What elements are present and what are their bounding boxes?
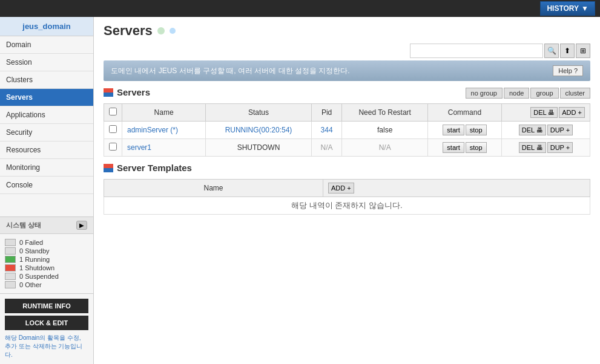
status-count-failed: 0 Failed [19,239,43,246]
status-count-other: 0 Other [19,281,42,288]
server-templates-section: Server Templates Name ADD + [104,163,590,215]
domain-label[interactable]: jeus_domain [0,17,93,36]
sidebar: jeus_domain DomainSessionClustersServers… [0,17,94,364]
server-command-cell: start stop [427,122,501,139]
status-panel: 0 Failed 0 Standby 1 Running 1 Shutdown … [0,234,93,293]
server-pid-cell: N/A [311,139,342,157]
server-del-dup-cell: DEL 🖶 DUP + [501,122,590,139]
sidebar-item-monitoring[interactable]: Monitoring [0,159,93,177]
servers-section-header: Servers no group node group cluster [104,87,590,101]
stop-button[interactable]: stop [466,142,487,153]
status-toggle-button[interactable]: ▶ [76,221,87,230]
search-input[interactable] [410,44,543,58]
row-checkbox-1[interactable] [109,143,117,151]
page-title: Servers [104,23,590,39]
system-status-section: 시스템 상태 ▶ [0,216,93,234]
status-row-running: 1 Running [5,256,88,263]
table-row: server1 SHUTDOWN N/A N/A start stop DEL … [104,139,590,157]
status-count-shutdown: 1 Shutdown [19,264,54,271]
sidebar-item-resources[interactable]: Resources [0,141,93,159]
sidebar-item-domain[interactable]: Domain [0,36,93,54]
content-header: Servers [94,17,600,41]
status-row-other: 0 Other [5,281,88,288]
template-flag-icon [104,164,113,172]
empty-message: 해당 내역이 존재하지 않습니다. [104,197,590,215]
sidebar-bottom: RUNTIME INFO LOCK & EDIT 해당 Domain의 활목을 … [0,293,93,364]
start-button[interactable]: start [443,125,464,135]
del-row-button[interactable]: DEL 🖶 [519,142,546,153]
help-button[interactable]: Help ? [553,65,583,76]
no-group-button[interactable]: no group [466,88,503,99]
sidebar-item-clusters[interactable]: Clusters [0,71,93,89]
lock-edit-button[interactable]: LOCK & EDIT [5,316,88,330]
upload-button[interactable]: ⬆ [560,44,575,58]
servers-section: Servers no group node group cluster [104,87,590,157]
main-content: Servers 🔍 ⬆ ⊞ 도메인 내에서 JEUS 서버를 구성할 때, 여러… [94,17,600,364]
del-all-button[interactable]: DEL 🖶 [530,107,558,118]
sidebar-item-session[interactable]: Session [0,54,93,71]
sidebar-description: 해당 Domain의 활목을 수정, 추가 또는 삭제하는 기능입니다. [5,334,88,359]
server-name-cell: server1 [122,139,206,157]
row-checkbox-cell [104,122,122,139]
grid-button[interactable]: ⊞ [576,44,590,58]
info-bar: 도메인 내에서 JEUS 서버를 구성할 때, 여러 서버에 대한 설정을 지정… [104,60,590,81]
select-all-checkbox[interactable] [109,108,117,115]
templates-section-header: Server Templates [104,163,590,177]
dot-blue-icon [170,28,176,34]
stop-button[interactable]: stop [466,125,487,135]
servers-table: Name Status Pid Need To Restart Command … [104,103,590,157]
status-count-running: 1 Running [19,256,50,263]
search-button[interactable]: 🔍 [544,44,559,58]
servers-section-title: Servers [104,87,150,97]
table-row: adminServer (*) RUNNING(00:20:54) 344 fa… [104,122,590,139]
template-add-column-header: ADD + [323,180,590,197]
history-button[interactable]: HISTORY ▼ [540,1,595,16]
server-restart-cell: false [342,122,428,139]
cluster-button[interactable]: cluster [560,88,590,99]
sidebar-item-applications[interactable]: Applications [0,106,93,124]
select-all-header [104,104,122,122]
status-indicator-running [5,256,16,263]
top-bar: HISTORY ▼ [0,0,600,17]
del-row-button[interactable]: DEL 🖶 [519,125,546,135]
sidebar-nav: DomainSessionClustersServersApplications… [0,36,93,216]
status-row-standby: 0 Standby [5,247,88,255]
status-row-shutdown: 1 Shutdown [5,264,88,271]
search-bar: 🔍 ⬆ ⊞ [94,41,600,60]
templates-table: Name ADD + 해당 내역이 존재하지 않습니다. [104,179,590,215]
template-add-button[interactable]: ADD + [328,183,354,193]
status-count-standby: 0 Standby [19,247,50,255]
templates-title-text: Server Templates [117,163,192,173]
status-indicator-suspended [5,273,16,280]
status-column-header: Status [206,104,312,122]
server-pid-cell: 344 [311,122,342,139]
start-button[interactable]: start [443,142,464,153]
add-button[interactable]: ADD + [559,107,585,118]
row-checkbox-0[interactable] [109,125,117,133]
system-status-label: 시스템 상태 [6,221,41,230]
sidebar-item-servers[interactable]: Servers [0,89,93,106]
group-bar: no group node group cluster [466,88,590,99]
status-row-failed: 0 Failed [5,239,88,246]
node-button[interactable]: node [504,88,529,99]
status-indicator-standby [5,247,16,255]
runtime-info-button[interactable]: RUNTIME INFO [5,299,88,313]
server-restart-cell: N/A [342,139,428,157]
dup-row-button[interactable]: DUP + [547,142,573,153]
server-name-cell: adminServer (*) [122,122,206,139]
template-name-column-header: Name [104,180,323,197]
group-button[interactable]: group [530,88,558,99]
servers-title-text: Servers [117,87,150,97]
server-status-cell: RUNNING(00:20:54) [206,122,312,139]
del-add-column-header: DEL 🖶 ADD + [501,104,590,122]
sidebar-item-console[interactable]: Console [0,177,93,194]
server-del-dup-cell: DEL 🖶 DUP + [501,139,590,157]
flag-icon [104,88,113,97]
sidebar-item-security[interactable]: Security [0,124,93,141]
name-column-header: Name [122,104,206,122]
dup-row-button[interactable]: DUP + [547,125,573,135]
server-status-cell: SHUTDOWN [206,139,312,157]
history-arrow-icon: ▼ [581,4,588,13]
command-column-header: Command [427,104,501,122]
title-text: Servers [104,23,153,39]
